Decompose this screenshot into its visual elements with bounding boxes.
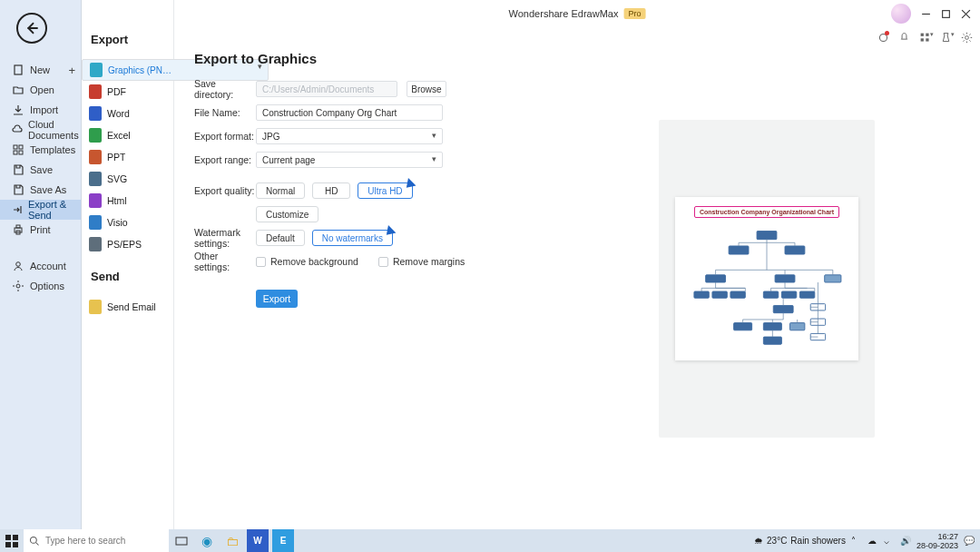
- tray-network-icon[interactable]: ⌵: [884, 536, 895, 547]
- remove-margins-check[interactable]: Remove margins: [378, 256, 465, 267]
- remove-background-check[interactable]: Remove background: [256, 256, 358, 267]
- svg-rect-20: [14, 145, 17, 149]
- taskbar-word-icon[interactable]: W: [247, 529, 269, 552]
- settings-icon[interactable]: [960, 31, 973, 44]
- export-button[interactable]: Export: [256, 290, 298, 308]
- maximize-button[interactable]: [940, 8, 951, 19]
- toolbar-icons: ▾ ▾: [877, 31, 973, 44]
- sidebar-item-import[interactable]: Import: [0, 100, 81, 120]
- tray-notifications-icon[interactable]: 💬: [964, 536, 975, 547]
- svg-rect-41: [730, 291, 745, 298]
- format-label: Export format:: [194, 131, 256, 142]
- format-ps[interactable]: PS/EPS: [82, 233, 173, 255]
- svg-rect-5: [920, 33, 923, 35]
- svg-rect-7: [920, 38, 923, 41]
- format-sidebar: Export Graphics (PNG, JPG e...PDFWordExc…: [82, 0, 174, 529]
- range-select[interactable]: Current page: [256, 152, 443, 168]
- ps-icon: [89, 237, 102, 251]
- visio-icon: [89, 215, 102, 230]
- tray-onedrive-icon[interactable]: ☁: [867, 536, 878, 547]
- format-excel[interactable]: Excel: [82, 124, 173, 146]
- sidebar-item-open[interactable]: Open: [0, 80, 81, 100]
- range-label: Export range:: [194, 154, 256, 165]
- save-dir-input[interactable]: C:/Users/Admin/Documents: [256, 81, 397, 97]
- watermark-none[interactable]: No watermarks: [312, 230, 393, 246]
- sidebar-item-options[interactable]: Options: [0, 276, 81, 296]
- svg-line-17: [969, 34, 970, 34]
- svg-rect-33: [757, 232, 777, 240]
- gfx-icon: [90, 63, 103, 77]
- quality-ultra[interactable]: Ultra HD: [358, 182, 412, 199]
- taskbar-explorer-icon[interactable]: 🗀: [221, 529, 243, 552]
- svg-point-4: [879, 34, 887, 41]
- ppt-icon: [89, 150, 102, 164]
- svg-rect-21: [19, 145, 23, 149]
- format-ppt[interactable]: PPT: [82, 146, 173, 168]
- weather-icon: 🌧: [754, 536, 763, 546]
- user-avatar[interactable]: [891, 4, 911, 24]
- theme-icon[interactable]: ▾: [939, 31, 952, 44]
- format-mail[interactable]: Send Email: [82, 296, 173, 318]
- html-icon: [89, 193, 102, 208]
- title-bar: Wondershare EdrawMax Pro: [174, 0, 980, 27]
- svg-rect-53: [5, 535, 11, 540]
- task-view-icon[interactable]: [171, 529, 192, 552]
- svg-rect-49: [763, 337, 781, 344]
- apps-icon[interactable]: ▾: [918, 31, 931, 44]
- search-icon: [29, 536, 40, 547]
- cloud-sync-icon[interactable]: [877, 31, 889, 44]
- svg-rect-44: [799, 291, 814, 298]
- tray-chevron-icon[interactable]: ˄: [851, 536, 862, 547]
- format-visio[interactable]: Visio: [82, 212, 173, 233]
- sidebar-item-new[interactable]: New+: [0, 60, 81, 80]
- back-button[interactable]: [16, 13, 47, 44]
- sidebar-item-templates[interactable]: Templates: [0, 140, 81, 160]
- preview-sheet: Construction Company Organizational Char…: [675, 197, 858, 360]
- templates-icon: [12, 143, 24, 156]
- preview-pane: Construction Company Organizational Char…: [659, 120, 875, 438]
- format-pdf[interactable]: PDF: [82, 81, 173, 103]
- watermark-default[interactable]: Default: [256, 230, 305, 246]
- taskbar-edrawmax-icon[interactable]: E: [272, 529, 294, 552]
- format-word[interactable]: Word: [82, 103, 173, 124]
- sidebar-item-export-send[interactable]: Export & Send: [0, 200, 81, 220]
- quality-hd[interactable]: HD: [312, 182, 350, 199]
- customize-button[interactable]: Customize: [256, 206, 318, 222]
- sidebar-item-save[interactable]: Save: [0, 160, 81, 180]
- notification-icon[interactable]: [897, 31, 910, 44]
- svg-rect-55: [5, 542, 11, 547]
- svg-rect-59: [176, 537, 187, 545]
- format-html[interactable]: Html: [82, 190, 173, 212]
- quality-normal[interactable]: Normal: [256, 182, 305, 199]
- svg-rect-56: [13, 542, 18, 547]
- import-icon: [12, 104, 24, 116]
- sidebar-item-cloud-documents[interactable]: Cloud Documents: [0, 120, 81, 140]
- format-svg[interactable]: SVG: [82, 168, 173, 190]
- main-panel: Export to Graphics Save directory: C:/Us…: [174, 45, 980, 529]
- taskbar-edge-icon[interactable]: ◉: [196, 529, 218, 552]
- sidebar-item-account[interactable]: Account: [0, 256, 81, 276]
- mail-icon: [89, 300, 102, 314]
- sidebar-item-print[interactable]: Print: [0, 220, 81, 240]
- pro-badge: Pro: [623, 8, 645, 19]
- minimize-button[interactable]: [920, 8, 931, 19]
- svg-rect-37: [775, 275, 795, 282]
- left-sidebar: New+OpenImportCloud DocumentsTemplatesSa…: [0, 0, 82, 529]
- tray-volume-icon[interactable]: 🔊: [900, 536, 911, 547]
- browse-button[interactable]: Browse: [407, 81, 446, 97]
- checkbox-icon: [378, 257, 388, 267]
- start-button[interactable]: [0, 529, 24, 552]
- format-select[interactable]: JPG: [256, 128, 443, 144]
- file-name-label: File Name:: [194, 107, 256, 118]
- weather-widget[interactable]: 🌧 23°C Rain showers: [754, 536, 846, 546]
- file-name-input[interactable]: Construction Company Org Chart: [256, 104, 443, 121]
- svg-rect-47: [763, 323, 781, 330]
- svg-line-14: [963, 34, 964, 34]
- taskbar-search[interactable]: Type here to search: [24, 529, 169, 552]
- account-icon: [12, 260, 24, 272]
- print-icon: [12, 223, 24, 236]
- close-button[interactable]: [960, 8, 971, 19]
- taskbar-clock[interactable]: 16:27 28-09-2023: [916, 532, 958, 550]
- svg-rect-45: [773, 305, 793, 312]
- sidebar-item-save-as[interactable]: Save As: [0, 180, 81, 200]
